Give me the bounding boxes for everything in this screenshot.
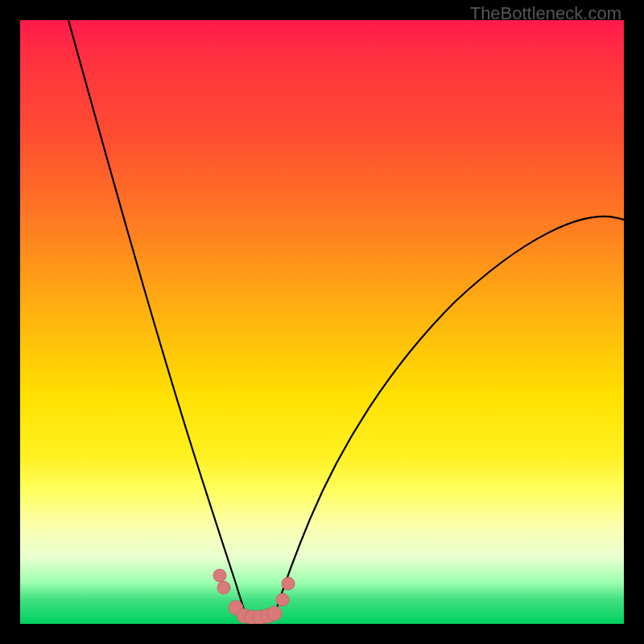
watermark-text: TheBottleneck.com [470, 3, 621, 24]
trough-marker-group [213, 569, 295, 624]
gradient-plot-area [20, 20, 624, 624]
right-curve [274, 217, 624, 617]
trough-marker [213, 569, 226, 582]
left-curve [68, 20, 247, 617]
chart-svg [20, 20, 624, 624]
trough-marker [217, 581, 230, 594]
trough-marker [267, 606, 282, 621]
trough-marker [282, 577, 295, 590]
trough-marker [276, 593, 289, 606]
